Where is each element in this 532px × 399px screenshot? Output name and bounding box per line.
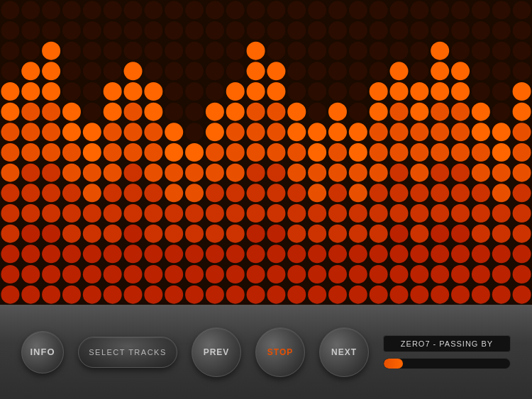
select-tracks-button[interactable]: SELECT TRACKS (78, 337, 177, 368)
progress-fill (384, 359, 403, 369)
track-info: ZERO7 - PASSING BY (383, 335, 511, 369)
track-name-label: ZERO7 - PASSING BY (383, 335, 511, 352)
info-button[interactable]: INFO (21, 331, 64, 373)
stop-button[interactable]: STOP (255, 327, 305, 377)
visualizer-panel (0, 0, 532, 305)
next-button[interactable]: NEXT (319, 327, 369, 377)
equalizer-canvas (0, 0, 532, 305)
controls-bar: INFO SELECT TRACKS PREV STOP NEXT ZERO7 … (0, 305, 532, 399)
progress-bar[interactable] (383, 358, 511, 369)
prev-button[interactable]: PREV (192, 327, 241, 377)
